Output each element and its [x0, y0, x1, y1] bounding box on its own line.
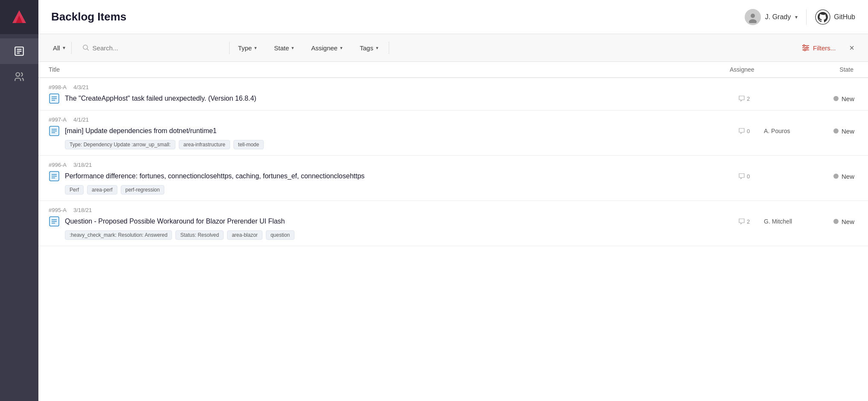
- svg-point-16: [803, 45, 805, 46]
- tag: perf-regression: [121, 185, 165, 195]
- table-row[interactable]: #995-A3/18/21Question - Proposed Possibl…: [38, 201, 868, 246]
- tag: :heavy_check_mark: Resolution: Answered: [65, 230, 172, 240]
- chevron-down-icon: ▾: [795, 14, 798, 20]
- avatar: [745, 9, 761, 25]
- sidebar-item-team[interactable]: [0, 64, 38, 90]
- table-header: Title Assignee State: [38, 62, 868, 78]
- state-chevron-icon: ▾: [291, 45, 294, 51]
- advanced-filters-button[interactable]: Filters...: [793, 41, 844, 54]
- user-avatar-icon: [747, 11, 759, 23]
- row-id: #995-A: [49, 207, 67, 213]
- row-id: #997-A: [49, 116, 67, 123]
- row-title: Question - Proposed Possible Workaround …: [65, 218, 738, 225]
- row-tags: Perfarea-perfperf-regression: [49, 185, 858, 195]
- assignee-filter-button[interactable]: Assignee ▾: [303, 42, 351, 54]
- github-link[interactable]: GitHub: [806, 9, 855, 25]
- all-filter-button[interactable]: All ▾: [47, 42, 72, 54]
- tag: tell-mode: [233, 140, 264, 149]
- table-row[interactable]: #998-A4/3/21The "CreateAppHost" task fai…: [38, 78, 868, 110]
- backlog-item-icon: [49, 125, 60, 137]
- col-assignee-header: Assignee: [730, 66, 807, 73]
- sidebar-item-backlog[interactable]: [0, 38, 38, 64]
- row-date: 4/1/21: [73, 116, 89, 123]
- close-filters-button[interactable]: ×: [844, 41, 859, 55]
- tags-filter-label: Tags: [360, 44, 373, 52]
- sidebar: [0, 0, 38, 401]
- row-title: [main] Update dependencies from dotnet/r…: [65, 127, 738, 135]
- row-state: New: [819, 218, 858, 225]
- toolbar: All ▾ Type ▾ State ▾ Assignee ▾: [38, 34, 868, 62]
- state-dot: [833, 219, 839, 224]
- backlog-item-icon: [49, 171, 60, 182]
- user-name: J. Grady: [765, 13, 791, 21]
- github-label: GitHub: [834, 13, 855, 21]
- row-date: 4/3/21: [73, 84, 89, 90]
- row-assignee: G. Mitchell: [764, 218, 819, 225]
- github-icon: [815, 9, 830, 25]
- state-dot: [833, 96, 839, 101]
- close-icon: ×: [849, 43, 854, 52]
- row-state: New: [819, 128, 858, 135]
- all-filter-label: All: [53, 44, 60, 52]
- tag: area-blazor: [227, 230, 262, 240]
- tag: area-infrastructure: [179, 140, 230, 149]
- row-state: New: [819, 95, 858, 102]
- tag: Type: Dependency Update :arrow_up_small:: [65, 140, 175, 149]
- assignee-chevron-icon: ▾: [340, 45, 343, 51]
- row-comments: 0: [738, 128, 764, 134]
- filters-icon: [802, 44, 810, 52]
- search-icon: [83, 44, 89, 51]
- state-dot: [833, 128, 839, 134]
- svg-line-12: [87, 49, 88, 50]
- assignee-filter-label: Assignee: [311, 44, 338, 52]
- row-comments: 0: [738, 173, 764, 180]
- header-right: J. Grady ▾ GitHub: [745, 9, 855, 25]
- row-date: 3/18/21: [73, 207, 92, 213]
- table-body: #998-A4/3/21The "CreateAppHost" task fai…: [38, 78, 868, 401]
- svg-point-18: [804, 49, 806, 51]
- row-date: 3/18/21: [73, 162, 92, 168]
- filters-label: Filters...: [813, 44, 836, 52]
- row-title: The "CreateAppHost" task failed unexpect…: [65, 95, 738, 102]
- all-chevron-icon: ▾: [63, 45, 65, 51]
- main-content: Backlog Items J. Grady ▾ GitHub: [38, 0, 868, 401]
- state-dot: [833, 174, 839, 179]
- row-id: #998-A: [49, 84, 67, 90]
- sidebar-logo[interactable]: [0, 0, 38, 34]
- type-filter-label: Type: [238, 44, 252, 52]
- team-icon: [14, 71, 25, 82]
- type-filter-button[interactable]: Type ▾: [230, 42, 266, 54]
- page-title: Backlog Items: [51, 10, 126, 23]
- sidebar-nav: [0, 34, 38, 90]
- tags-filter-button[interactable]: Tags ▾: [351, 42, 387, 54]
- app-logo-icon: [9, 7, 29, 27]
- col-title-header: Title: [49, 66, 730, 73]
- state-filter-label: State: [274, 44, 289, 52]
- row-id: #996-A: [49, 162, 67, 168]
- row-state: New: [819, 173, 858, 180]
- svg-point-6: [16, 73, 20, 76]
- filter-divider: [389, 41, 389, 54]
- search-box: [76, 42, 230, 54]
- tag: question: [266, 230, 294, 240]
- backlog-item-icon: [49, 93, 60, 104]
- header: Backlog Items J. Grady ▾ GitHub: [38, 0, 868, 34]
- svg-point-17: [806, 47, 808, 49]
- row-title: Performance difference: fortunes, connec…: [65, 172, 738, 180]
- user-menu[interactable]: J. Grady ▾: [745, 9, 798, 25]
- type-chevron-icon: ▾: [254, 45, 257, 51]
- backlog-icon: [14, 46, 25, 57]
- table-row[interactable]: #996-A3/18/21Performance difference: for…: [38, 156, 868, 201]
- row-assignee: A. Pouros: [764, 128, 819, 134]
- table-row[interactable]: #997-A4/1/21[main] Update dependencies f…: [38, 110, 868, 156]
- tags-chevron-icon: ▾: [376, 45, 379, 51]
- tag: area-perf: [87, 185, 117, 195]
- search-input[interactable]: [93, 44, 222, 52]
- tag: Status: Resolved: [175, 230, 224, 240]
- row-comments: 2: [738, 95, 764, 102]
- filter-buttons: Type ▾ State ▾ Assignee ▾ Tags ▾: [230, 41, 859, 55]
- state-filter-button[interactable]: State ▾: [265, 42, 303, 54]
- row-comments: 2: [738, 218, 764, 225]
- svg-point-8: [751, 14, 755, 18]
- row-tags: Type: Dependency Update :arrow_up_small:…: [49, 140, 858, 149]
